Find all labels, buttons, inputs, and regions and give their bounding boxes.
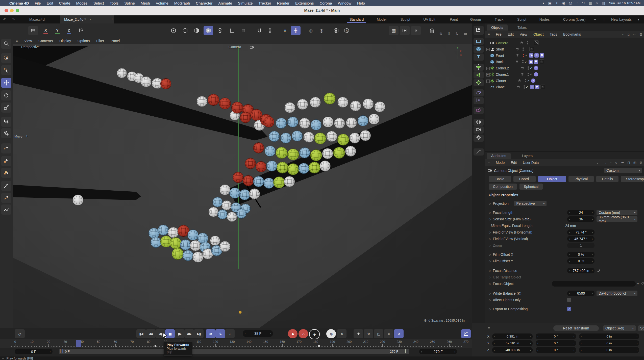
flag-tag-icon[interactable] bbox=[534, 60, 538, 64]
volume-pen-icon[interactable] bbox=[1, 168, 11, 178]
notch-app-icon[interactable]: ◗ bbox=[542, 1, 544, 5]
viewport-menu-display[interactable]: Display bbox=[59, 39, 71, 43]
snap-settings-icon[interactable]: ╫ bbox=[291, 26, 301, 35]
menu-tools[interactable]: Tools bbox=[110, 1, 118, 5]
layout-tab-model[interactable]: Model bbox=[375, 15, 389, 23]
new-layouts-button[interactable]: New Layouts bbox=[611, 15, 632, 23]
battery-icon[interactable]: ▥ bbox=[589, 1, 592, 5]
value-dropdown[interactable]: 35 mm Photo (36.0 mm)▾ bbox=[597, 216, 637, 222]
visibility-dots[interactable] bbox=[522, 60, 524, 63]
value-field[interactable]: ‹0 %› bbox=[567, 258, 595, 264]
visibility-dots[interactable] bbox=[524, 85, 525, 89]
spline-sketch-icon[interactable] bbox=[1, 156, 11, 166]
quantize-grid-icon[interactable]: # bbox=[280, 26, 290, 35]
rotate-view-icon[interactable]: ↻ bbox=[456, 32, 459, 36]
field-icon[interactable] bbox=[474, 89, 484, 96]
material-tag-icon[interactable] bbox=[540, 85, 545, 89]
mode-polygons[interactable] bbox=[192, 26, 202, 35]
keyframe-dot-icon[interactable]: ◇ bbox=[489, 292, 491, 295]
projection-dropdown[interactable]: Perspective▾ bbox=[514, 201, 547, 206]
menu-select[interactable]: Select bbox=[93, 1, 104, 5]
timeline-ruler[interactable]: 0102030405060708090100110120130140150160… bbox=[0, 339, 472, 348]
flag-tag-icon[interactable] bbox=[540, 53, 544, 58]
viewport-canvas[interactable]: Perspective Camera Move + Grid Spacing :… bbox=[13, 44, 472, 328]
keyframe-dot-icon[interactable]: ◇ bbox=[489, 253, 491, 256]
tab-objects[interactable]: Objects bbox=[487, 24, 508, 31]
object-tree-item-back[interactable]: Back✓≣ bbox=[485, 59, 644, 65]
rotate-tool-icon[interactable] bbox=[1, 90, 11, 100]
redo-icon[interactable]: ↷ bbox=[12, 17, 15, 22]
coord-position-x[interactable]: ‹0.381 in› bbox=[492, 333, 533, 339]
autokeying-button[interactable]: A bbox=[299, 329, 308, 338]
menu-character[interactable]: Character bbox=[196, 1, 212, 5]
spline-smooth-icon[interactable] bbox=[1, 204, 11, 215]
spline-pen-icon[interactable] bbox=[1, 143, 11, 153]
go-to-end-button[interactable]: ▶▮ bbox=[194, 329, 204, 338]
axis-lock-y[interactable]: Y bbox=[53, 26, 62, 35]
layer-icon[interactable] bbox=[508, 41, 524, 45]
axis-workplane-icon[interactable] bbox=[474, 97, 484, 104]
lock-icon[interactable]: ⊓ bbox=[627, 161, 630, 165]
value-field[interactable]: ‹787.402 in› bbox=[567, 268, 595, 273]
record-pla-toggle[interactable]: ⊘ bbox=[394, 329, 404, 338]
keyframe-dot-icon[interactable]: ◇ bbox=[489, 218, 491, 221]
home-icon[interactable]: ⌂ bbox=[628, 32, 630, 37]
camera-toggle-icon[interactable] bbox=[250, 45, 255, 49]
object-tree-item-cloner-1[interactable]: +Cloner.1✓ bbox=[485, 71, 644, 78]
mode-axis[interactable] bbox=[227, 26, 236, 35]
enabled-check-icon[interactable]: ✓ bbox=[526, 85, 528, 89]
layout-tab-standard[interactable]: Standard bbox=[347, 15, 366, 23]
coordinate-mode-dropdown[interactable]: Object (Rel)▾ bbox=[603, 325, 636, 331]
om-menu-file[interactable]: File bbox=[496, 32, 502, 36]
attr-tab-details[interactable]: Details bbox=[596, 176, 618, 182]
timeline-marker[interactable] bbox=[155, 345, 156, 347]
record-scale-toggle[interactable]: ◰ bbox=[374, 329, 383, 338]
globe-icon[interactable] bbox=[474, 119, 484, 126]
layout-tab-paint[interactable]: Paint bbox=[448, 15, 460, 23]
expand-icon[interactable]: + bbox=[486, 80, 490, 83]
layer-icon[interactable] bbox=[506, 79, 521, 83]
pan-view-icon[interactable]: ⊕ bbox=[439, 32, 442, 36]
instance-icon[interactable] bbox=[474, 107, 484, 114]
attr-tab-coord[interactable]: Coord. bbox=[513, 176, 536, 182]
layer-icon[interactable] bbox=[504, 54, 519, 57]
preset-dropdown[interactable]: Custom▾ bbox=[604, 168, 642, 173]
open-fcurve-button[interactable] bbox=[461, 329, 471, 338]
creative-cloud-icon[interactable]: ◉ bbox=[562, 1, 565, 5]
filter-icon[interactable]: ≔ bbox=[633, 32, 636, 37]
current-frame-field[interactable]: ‹38 F› bbox=[243, 330, 273, 337]
menu-render[interactable]: Render bbox=[277, 1, 289, 5]
coord-position-z[interactable]: ‹-48.082 in› bbox=[492, 347, 533, 353]
menu-modes[interactable]: Modes bbox=[76, 1, 88, 5]
enabled-check-icon[interactable]: ✓ bbox=[530, 66, 532, 70]
range-end-field[interactable]: ‹270 F› bbox=[419, 349, 457, 354]
menu-window[interactable]: Window bbox=[338, 1, 351, 5]
up-icon[interactable]: ↑ bbox=[610, 161, 612, 165]
viewport-menu-cameras[interactable]: Cameras bbox=[38, 39, 53, 43]
menu-simulate[interactable]: Simulate bbox=[238, 1, 253, 5]
undo-icon[interactable]: ↶ bbox=[3, 17, 6, 22]
wifi-icon[interactable]: ◠ bbox=[582, 1, 585, 5]
tab-layers[interactable]: Layers bbox=[517, 153, 537, 159]
object-tree-item-camera[interactable]: Camera bbox=[485, 40, 644, 46]
menubar-clock[interactable]: Sun Jan 16 10:57 AM bbox=[609, 1, 640, 5]
autokey-region-button[interactable]: ◇ bbox=[15, 329, 25, 338]
search-icon[interactable]: ○ bbox=[615, 161, 617, 165]
forward-icon[interactable]: → bbox=[603, 161, 607, 165]
layout-tab-groom[interactable]: Groom bbox=[468, 15, 483, 23]
mode-texture[interactable] bbox=[215, 26, 225, 35]
mode-workplane[interactable] bbox=[238, 26, 248, 35]
light-create-icon[interactable] bbox=[474, 135, 484, 142]
object-tree-item-front[interactable]: Front✓≣ bbox=[485, 52, 644, 59]
auto-switch-icon[interactable]: A bbox=[342, 26, 352, 35]
mograph-move-icon[interactable] bbox=[1, 128, 11, 138]
axis-lock-z[interactable]: Z bbox=[64, 26, 74, 35]
tab-attributes[interactable]: Attributes bbox=[487, 153, 511, 159]
array-generator-icon[interactable] bbox=[474, 71, 484, 79]
coord-rotation-x[interactable]: ‹0 °› bbox=[536, 333, 576, 339]
coord-size-x[interactable]: ‹0 in› bbox=[579, 333, 639, 339]
viewport-menu-view[interactable]: View bbox=[24, 39, 32, 43]
keyframe-dot-icon[interactable]: ◇ bbox=[489, 231, 491, 234]
panel-menu-icon[interactable]: ≡ bbox=[488, 32, 490, 36]
search-icon[interactable]: ○ bbox=[622, 32, 624, 37]
